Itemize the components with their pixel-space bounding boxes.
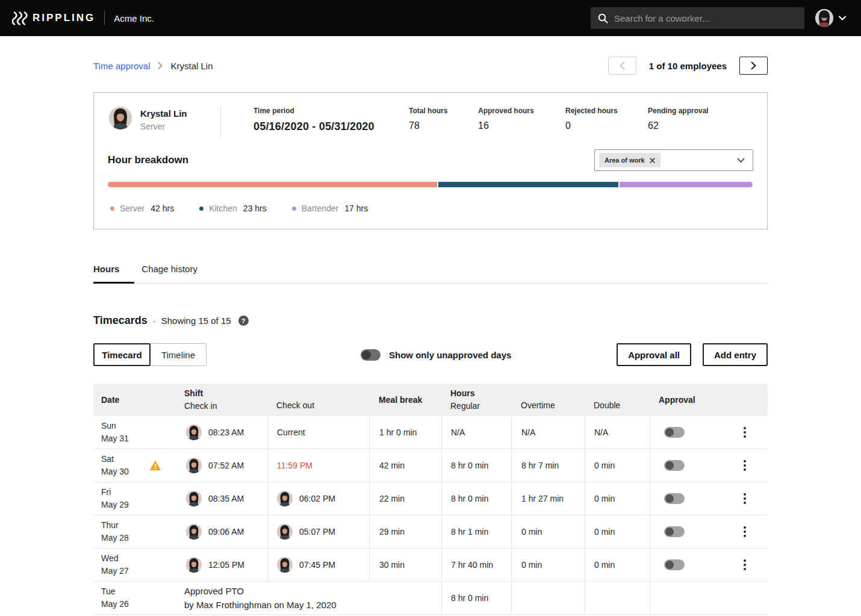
regular-hours-cell: N/A <box>441 416 511 449</box>
pto-title: Approved PTO <box>184 584 244 598</box>
add-entry-button[interactable]: Add entry <box>703 343 768 366</box>
check-in-time: 08:35 AM <box>208 494 244 503</box>
approval-toggle[interactable] <box>664 493 685 504</box>
check-in-time: 07:52 AM <box>208 461 244 470</box>
area-of-work-filter[interactable]: Area of work <box>594 149 753 171</box>
view-switcher: Timecard Timeline <box>93 343 207 366</box>
breadcrumb-link-time-approval[interactable]: Time approval <box>93 61 150 71</box>
meal-break-cell: 42 min <box>369 449 441 482</box>
check-in-time: 09:06 AM <box>208 527 244 537</box>
view-timeline-button[interactable]: Timeline <box>151 343 207 366</box>
meal-break-cell: 22 min <box>369 482 441 515</box>
bar-segment-kitchen <box>438 182 618 187</box>
rippling-logo-icon[interactable] <box>12 11 28 25</box>
kebab-menu-icon[interactable] <box>740 457 750 474</box>
overtime-cell: 0 min <box>511 515 585 548</box>
date-cell: Thur May 28 <box>93 515 178 548</box>
meal-break-cell: 1 hr 0 min <box>369 416 441 449</box>
check-in-avatar <box>186 491 202 506</box>
date-cell: Sat May 30 <box>93 449 178 482</box>
employee-summary-card: Krystal Lin Server Time period 05/16/202… <box>93 92 768 229</box>
pager-label: 1 of 10 employees <box>649 61 727 71</box>
date-label: May 29 <box>101 499 129 511</box>
warning-icon[interactable] <box>149 460 161 471</box>
approval-toggle[interactable] <box>664 460 685 471</box>
overtime-cell: 8 hr 7 min <box>511 449 585 482</box>
approval-all-button[interactable]: Approval all <box>617 343 691 366</box>
prev-employee-button[interactable] <box>608 57 636 75</box>
meal-break-cell: 29 min <box>369 515 441 548</box>
date-label: May 30 <box>101 465 129 478</box>
approval-toggle[interactable] <box>664 427 685 438</box>
filter-tag-remove-icon[interactable] <box>650 158 655 163</box>
check-in-avatar <box>186 458 202 473</box>
tab-change-history[interactable]: Chage history <box>141 264 197 283</box>
date-label: May 28 <box>101 532 129 544</box>
stat-approved-hours: Approved hours 16 <box>478 107 565 133</box>
hour-breakdown-legend: Server 42 hrs Kitchen 23 hrs Bartender 1… <box>110 204 767 213</box>
user-menu[interactable] <box>815 9 846 27</box>
double-cell: 0 min <box>585 449 650 482</box>
date-cell: Fri May 29 <box>93 482 178 515</box>
approval-toggle[interactable] <box>664 526 685 537</box>
employee-name: Krystal Lin <box>140 107 187 119</box>
tab-hours[interactable]: Hours <box>93 264 134 284</box>
day-label: Wed <box>101 552 119 565</box>
header-approval: Approval <box>650 384 722 416</box>
legend-dot-bartender <box>292 207 296 211</box>
timecards-table: Date Shift Check in Check out Meal break… <box>93 384 768 615</box>
check-in-cell: 12:05 PM <box>178 549 268 581</box>
double-cell <box>585 582 650 614</box>
bar-segment-server <box>108 182 437 187</box>
employee-pager: 1 of 10 employees <box>608 57 768 75</box>
check-in-cell: 09:06 AM <box>178 515 268 548</box>
row-menu-cell <box>722 416 768 449</box>
check-out-time: 06:02 PM <box>299 494 335 503</box>
coworker-search[interactable] <box>591 7 804 29</box>
regular-hours-cell: 8 hr 0 min <box>441 582 511 614</box>
overtime-cell: N/A <box>511 416 585 449</box>
search-input[interactable] <box>614 13 797 23</box>
approval-cell <box>650 582 768 614</box>
pto-cell: Approved PTO by Max Frothinghman on May … <box>178 582 441 614</box>
view-timecard-button[interactable]: Timecard <box>93 343 151 366</box>
header-meal-break: Meal break <box>369 384 441 416</box>
toggle-knob <box>665 428 674 437</box>
legend-item-server: Server 42 hrs <box>110 204 174 213</box>
timecard-row-pto: Tue May 26 Approved PTO by Max Frothingh… <box>93 582 768 615</box>
toggle-knob <box>665 461 674 470</box>
employee-avatar <box>109 107 132 129</box>
filter-tag-label: Area of work <box>605 157 645 164</box>
overtime-cell: 0 min <box>511 549 585 581</box>
timecard-row: Thur May 28 09:06 AM 05:07 PM 29 min 8 h… <box>93 515 768 549</box>
regular-hours-cell: 8 hr 0 min <box>441 449 511 482</box>
legend-dot-server <box>110 207 114 211</box>
hour-breakdown-bar <box>108 182 753 187</box>
check-out-cell: 06:02 PM <box>268 482 369 515</box>
kebab-menu-icon[interactable] <box>740 490 750 507</box>
kebab-menu-icon[interactable] <box>740 523 750 540</box>
day-label: Fri <box>101 486 111 499</box>
help-icon[interactable]: ? <box>238 316 249 326</box>
day-label: Sun <box>101 420 116 432</box>
kebab-menu-icon[interactable] <box>740 556 750 573</box>
row-menu-cell <box>722 549 768 581</box>
dot-separator: · <box>153 316 156 326</box>
unapproved-filter: Show only unapproved days <box>361 349 511 361</box>
next-employee-button[interactable] <box>739 57 768 75</box>
kebab-menu-icon[interactable] <box>740 424 750 441</box>
approval-toggle[interactable] <box>664 559 685 570</box>
employee-profile: Krystal Lin Server <box>109 107 220 131</box>
timecard-row: Sun May 31 08:23 AM Current 1 hr 0 min N… <box>93 416 768 449</box>
toggle-knob <box>665 527 674 536</box>
check-out-time: 07:45 PM <box>299 560 335 570</box>
header-shift-checkin: Shift Check in <box>178 384 268 416</box>
day-label: Thur <box>101 519 119 532</box>
legend-item-bartender: Bartender 17 hrs <box>292 204 368 213</box>
show-unapproved-toggle[interactable] <box>361 349 381 361</box>
brand-name: RIPPLING <box>33 12 95 24</box>
check-in-avatar <box>186 524 202 540</box>
day-label: Sat <box>101 453 114 465</box>
check-out-cell: 11:59 PM <box>268 449 369 482</box>
stat-pending-approval: Pending approval 62 <box>648 107 709 133</box>
